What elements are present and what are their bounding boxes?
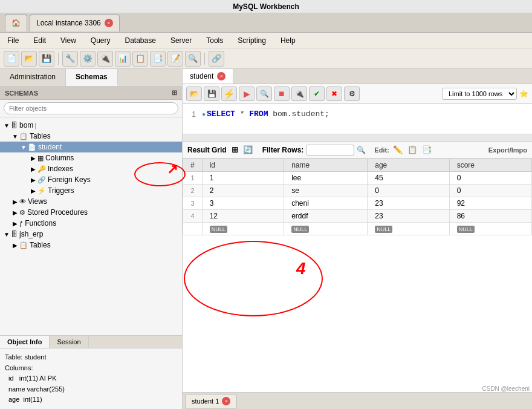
tree-toggle-student[interactable]: ▼	[19, 144, 28, 151]
instance-tab-close[interactable]: ×	[105, 19, 113, 27]
h-scrollbar[interactable]	[183, 134, 532, 142]
tree-toggle-indexes[interactable]: ▶	[29, 166, 37, 172]
tree-item-indexes[interactable]: ▶ 🔑 Indexes	[0, 163, 182, 174]
q-save-btn[interactable]: 💾	[204, 87, 219, 101]
tree-toggle-bom[interactable]: ▼	[2, 122, 11, 129]
schemas-expand-icon[interactable]: ⊞	[172, 89, 177, 97]
filter-search-icon[interactable]: 🔍	[357, 146, 366, 154]
columns-icon: ▦	[37, 154, 44, 162]
toolbar-btn4[interactable]: 🔌	[97, 51, 113, 67]
menu-view[interactable]: View	[58, 35, 79, 46]
menu-tools[interactable]: Tools	[204, 35, 225, 46]
q-connect-btn[interactable]: 🔌	[291, 87, 307, 101]
q-stop-btn[interactable]: ⏹	[274, 87, 290, 101]
star-btn[interactable]: ⭐	[519, 90, 528, 98]
refresh-icon[interactable]: 🔄	[242, 144, 254, 155]
tables-icon: 📋	[19, 133, 28, 140]
toolbar-btn5[interactable]: 📊	[115, 51, 131, 67]
cell-age: 23	[368, 210, 449, 223]
export-btn[interactable]: Export/Impo	[488, 146, 527, 154]
tree-item-tables[interactable]: ▼ 📋 Tables	[0, 131, 182, 142]
views-icon: 👁	[19, 198, 26, 205]
bottom-query-tab-student[interactable]: student 1 ×	[185, 394, 237, 408]
tree-item-student[interactable]: ▼ 📄 student	[0, 142, 182, 152]
filter-rows-input[interactable]	[306, 145, 354, 155]
schema-icon: 🗄	[11, 122, 18, 129]
q-settings-btn[interactable]: ⚙	[344, 87, 360, 101]
toolbar-btn9[interactable]: 🔍	[185, 51, 201, 67]
query-tab-student[interactable]: student ×	[183, 69, 233, 83]
tree-toggle-columns[interactable]: ▶	[29, 155, 37, 162]
col-header-age[interactable]: age	[368, 159, 449, 172]
grid-view-icon[interactable]: ⊞	[230, 144, 239, 155]
tab-schemas[interactable]: Schemas	[66, 69, 118, 86]
toolbar-open-btn[interactable]: 📂	[21, 51, 37, 67]
tree-toggle-jsh-tables[interactable]: ▶	[11, 242, 19, 249]
result-grid-label: Result Grid	[187, 146, 227, 154]
col-header-name[interactable]: name	[284, 159, 368, 172]
tree-item-functions[interactable]: ▶ ƒ Functions	[0, 218, 182, 229]
toolbar-btn2[interactable]: 🔧	[62, 51, 78, 67]
limit-select: Limit to 1000 rows ⭐	[442, 88, 528, 100]
tab-bar: 🏠 Local instance 3306 ×	[0, 13, 532, 33]
col-header-id[interactable]: id	[202, 159, 284, 172]
menu-help[interactable]: Help	[278, 35, 298, 46]
tab-administration[interactable]: Administration	[0, 69, 66, 86]
edit-table-icon[interactable]: 📋	[406, 144, 418, 155]
tab-session[interactable]: Session	[50, 336, 88, 348]
limit-dropdown[interactable]: Limit to 1000 rows	[442, 88, 517, 100]
menu-database[interactable]: Database	[123, 35, 158, 46]
tab-schemas-label: Schemas	[76, 73, 108, 81]
edit-copy-icon[interactable]: 📑	[421, 144, 433, 155]
toolbar-new-btn[interactable]: 📄	[4, 51, 19, 67]
main-layout: Administration Schemas SCHEMAS ⊞ ▼ 🗄 bom	[0, 69, 532, 409]
sql-code[interactable]: SELECT * FROM bom.student;	[207, 110, 329, 119]
tree-item-jsh-erp[interactable]: ▼ 🗄 jsh_erp	[0, 229, 182, 240]
sql-star: *	[240, 110, 250, 119]
tree-label-jsh-tables: Tables	[30, 241, 51, 249]
query-tab-close[interactable]: ×	[217, 72, 225, 80]
tree-toggle-fk[interactable]: ▶	[29, 177, 37, 183]
tree-item-triggers[interactable]: ▶ ⚡ Triggers	[0, 185, 182, 196]
toolbar-btn3[interactable]: ⚙️	[80, 51, 96, 67]
menu-scripting[interactable]: Scripting	[235, 35, 268, 46]
toolbar-btn6[interactable]: 📋	[132, 51, 148, 67]
query-tab-label: student	[190, 72, 213, 80]
tree-toggle-jsh[interactable]: ▼	[2, 231, 11, 238]
row-num-cell: 1	[183, 172, 203, 185]
toolbar-btn10[interactable]: 🔗	[209, 51, 224, 67]
tab-object-info[interactable]: Object Info	[0, 336, 50, 348]
tree-item-stored-procs[interactable]: ▶ ⚙ Stored Procedures	[0, 207, 182, 218]
tree-item-columns[interactable]: ▶ ▦ Columns	[0, 152, 182, 163]
menu-query[interactable]: Query	[88, 35, 113, 46]
q-search-btn[interactable]: 🔍	[256, 87, 272, 101]
q-x-btn[interactable]: ✖	[326, 87, 342, 101]
menu-server[interactable]: Server	[168, 35, 194, 46]
tree-toggle-views[interactable]: ▶	[11, 198, 19, 205]
bottom-tab-close[interactable]: ×	[222, 397, 230, 405]
menu-file[interactable]: File	[5, 35, 21, 46]
tree-item-foreign-keys[interactable]: ▶ 🔗 Foreign Keys	[0, 174, 182, 185]
tree-toggle-sp[interactable]: ▶	[11, 209, 19, 216]
home-tab[interactable]: 🏠	[5, 15, 27, 31]
tree-item-views[interactable]: ▶ 👁 Views	[0, 196, 182, 207]
col-header-score[interactable]: score	[449, 159, 531, 172]
instance-tab[interactable]: Local instance 3306 ×	[30, 15, 120, 31]
toolbar-save-btn[interactable]: 💾	[39, 51, 54, 67]
edit-pencil-icon[interactable]: ✏️	[392, 144, 404, 155]
tree-toggle-tables[interactable]: ▼	[11, 133, 19, 140]
tree-toggle-func[interactable]: ▶	[11, 220, 19, 227]
toolbar-btn7[interactable]: 📑	[150, 51, 166, 67]
q-check-btn[interactable]: ✔	[309, 87, 325, 101]
result-table-container[interactable]: # id name age score 1 1 lee 45 0 2 2 se …	[183, 159, 532, 392]
q-execute-btn[interactable]: ⚡	[221, 87, 237, 101]
tree-item-jsh-tables[interactable]: ▶ 📋 Tables	[0, 240, 182, 250]
toolbar-btn8[interactable]: 📝	[167, 51, 183, 67]
menu-edit[interactable]: Edit	[31, 35, 48, 46]
tree-toggle-triggers[interactable]: ▶	[29, 188, 37, 194]
q-execute-sel-btn[interactable]: ▶	[239, 87, 255, 101]
tree-item-bom[interactable]: ▼ 🗄 bom |	[0, 120, 182, 131]
filter-input[interactable]	[4, 102, 178, 114]
q-open-btn[interactable]: 📂	[186, 87, 202, 101]
table-header-row: # id name age score	[183, 159, 532, 172]
